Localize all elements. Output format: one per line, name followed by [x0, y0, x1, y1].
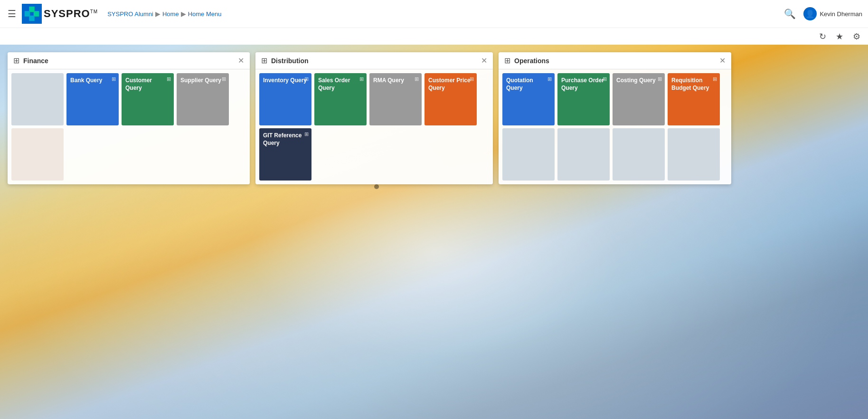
- tile-supplier-query-expand-icon: ⊞: [222, 76, 226, 82]
- user-name: Kevin Dherman: [820, 10, 862, 18]
- tile-supplier-query-label: Supplier Query: [180, 77, 221, 85]
- tile-ops-blank-1[interactable]: [502, 128, 555, 181]
- tile-customer-price-query-label: Customer Price Query: [428, 77, 473, 92]
- tile-requisition-budget-query-label: Requisition Budget Query: [671, 77, 716, 92]
- finance-panel-body: ⊞ Bank Query ⊞ Customer Query ⊞ Supplier…: [8, 69, 250, 184]
- tile-customer-query-label: Customer Query: [125, 77, 170, 92]
- breadcrumb-sep-1: ▶: [155, 10, 160, 18]
- navbar: ☰ SYSPROTM SYSPRO Alumni ▶ Home ▶ Hom: [0, 0, 868, 28]
- breadcrumb-home[interactable]: Home: [162, 10, 179, 18]
- logo-box: [22, 4, 42, 24]
- tile-purchase-order-query-expand-icon: ⊞: [603, 76, 607, 82]
- operations-panel-body: ⊞ Quotation Query ⊞ Purchase Order Query…: [499, 69, 731, 184]
- tile-customer-price-query-expand-icon: ⊞: [470, 76, 474, 82]
- tile-git-reference-query-label: GIT Reference Query: [263, 132, 308, 147]
- tile-inventory-query-expand-icon: ⊞: [304, 76, 309, 82]
- tile-rma-query-label: RMA Query: [373, 77, 404, 85]
- user-avatar-icon: 👤: [803, 7, 817, 20]
- tile-bank-query[interactable]: ⊞ Bank Query: [66, 73, 119, 125]
- tile-supplier-query[interactable]: ⊞ Supplier Query: [177, 73, 229, 125]
- tile-inventory-query-label: Inventory Query: [263, 77, 307, 85]
- tile-git-reference-query[interactable]: ⊞ GIT Reference Query: [259, 128, 311, 181]
- operations-panel-close[interactable]: ✕: [719, 56, 726, 65]
- tile-requisition-budget-query-expand-icon: ⊞: [713, 76, 717, 82]
- search-icon[interactable]: 🔍: [784, 8, 796, 19]
- logo-svg: [23, 5, 41, 23]
- navbar-left: ☰ SYSPROTM SYSPRO Alumni ▶ Home ▶ Hom: [6, 4, 784, 24]
- operations-panel-icon: ⊞: [504, 56, 510, 65]
- finance-panel-icon: ⊞: [13, 56, 19, 65]
- tile-costing-query-expand-icon: ⊞: [658, 76, 662, 82]
- finance-panel-close[interactable]: ✕: [238, 56, 244, 65]
- tile-purchase-order-query[interactable]: ⊞ Purchase Order Query: [557, 73, 610, 125]
- operations-panel: ⊞ Operations ✕ ⊞ Quotation Query ⊞ Purch…: [499, 52, 731, 184]
- operations-panel-title: Operations: [514, 57, 549, 65]
- logo-text: SYSPROTM: [44, 8, 98, 20]
- refresh-icon[interactable]: ↻: [819, 31, 826, 42]
- distribution-panel-header: ⊞ Distribution ✕: [255, 52, 493, 69]
- tile-finance-blank[interactable]: [11, 73, 64, 125]
- panels-area: ⊞ Finance ✕ ⊞ Bank Query ⊞ Customer Quer…: [0, 45, 868, 192]
- tile-bank-query-label: Bank Query: [70, 77, 102, 85]
- logo-container: SYSPROTM: [22, 4, 98, 24]
- tile-costing-query[interactable]: ⊞ Costing Query: [613, 73, 665, 125]
- operations-panel-header: ⊞ Operations ✕: [499, 52, 731, 69]
- user-section[interactable]: 👤 Kevin Dherman: [803, 7, 862, 20]
- tile-quotation-query-expand-icon: ⊞: [547, 76, 552, 82]
- tile-ops-blank-4[interactable]: [668, 128, 720, 181]
- secondary-toolbar: ↻ ★ ⚙: [0, 28, 868, 45]
- tile-ops-blank-2[interactable]: [557, 128, 610, 181]
- tile-costing-query-label: Costing Query: [616, 77, 656, 85]
- logo-trademark: TM: [90, 9, 98, 14]
- finance-panel-title: Finance: [23, 57, 48, 65]
- tile-customer-price-query[interactable]: ⊞ Customer Price Query: [425, 73, 477, 125]
- breadcrumb: SYSPRO Alumni ▶ Home ▶ Home Menu: [107, 10, 221, 18]
- tile-bank-query-expand-icon: ⊞: [112, 76, 116, 82]
- settings-icon[interactable]: ⚙: [853, 31, 860, 42]
- tile-sales-order-query-label: Sales Order Query: [318, 77, 363, 92]
- finance-panel-header: ⊞ Finance ✕: [8, 52, 250, 69]
- finance-panel: ⊞ Finance ✕ ⊞ Bank Query ⊞ Customer Quer…: [8, 52, 250, 184]
- tile-rma-query[interactable]: ⊞ RMA Query: [369, 73, 422, 125]
- tile-quotation-query-label: Quotation Query: [506, 77, 551, 92]
- distribution-panel-close[interactable]: ✕: [481, 56, 487, 65]
- tile-sales-order-query-expand-icon: ⊞: [359, 76, 364, 82]
- tile-sales-order-query[interactable]: ⊞ Sales Order Query: [314, 73, 367, 125]
- breadcrumb-alumni[interactable]: SYSPRO Alumni: [107, 10, 153, 18]
- tile-finance-pale[interactable]: [11, 128, 64, 181]
- tile-requisition-budget-query[interactable]: ⊞ Requisition Budget Query: [668, 73, 720, 125]
- breadcrumb-home-menu[interactable]: Home Menu: [188, 10, 222, 18]
- navbar-right: 🔍 👤 Kevin Dherman: [784, 7, 862, 20]
- distribution-panel-icon: ⊞: [261, 56, 267, 65]
- distribution-panel-body: ⊞ Inventory Query ⊞ Sales Order Query ⊞ …: [255, 69, 493, 184]
- breadcrumb-sep-2: ▶: [181, 10, 186, 18]
- hamburger-icon[interactable]: ☰: [6, 6, 18, 21]
- tile-ops-blank-3[interactable]: [613, 128, 665, 181]
- tile-customer-query[interactable]: ⊞ Customer Query: [122, 73, 174, 125]
- tile-inventory-query[interactable]: ⊞ Inventory Query: [259, 73, 311, 125]
- tile-quotation-query[interactable]: ⊞ Quotation Query: [502, 73, 555, 125]
- tile-customer-query-expand-icon: ⊞: [167, 76, 171, 82]
- svg-rect-3: [29, 16, 34, 21]
- tile-git-reference-query-expand-icon: ⊞: [304, 131, 309, 137]
- star-icon[interactable]: ★: [836, 31, 843, 42]
- tile-purchase-order-query-label: Purchase Order Query: [561, 77, 606, 92]
- distribution-panel-title: Distribution: [271, 57, 309, 65]
- distribution-panel: ⊞ Distribution ✕ ⊞ Inventory Query ⊞ Sal…: [255, 52, 493, 184]
- tile-rma-query-expand-icon: ⊞: [415, 76, 419, 82]
